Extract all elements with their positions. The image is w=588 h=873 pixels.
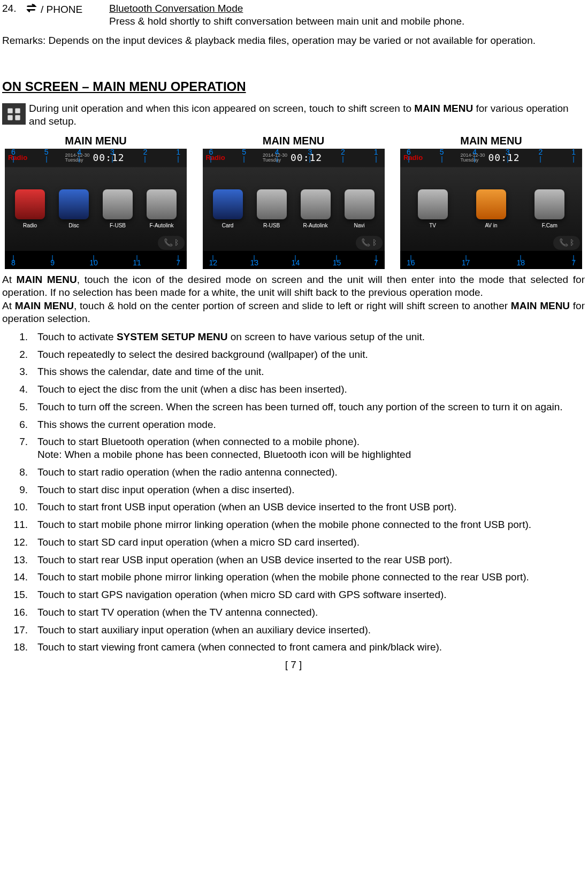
list-number: 14. [2, 571, 37, 584]
clock-label: 00:12 [93, 152, 124, 164]
screenshot-3-label: MAIN MENU [398, 134, 585, 148]
s1-callouts-bot: 8910117 [5, 258, 187, 270]
mm-intro-bold: MAIN MENU [414, 103, 473, 114]
tile-label: Navi [341, 223, 378, 229]
list-text: Touch to start viewing front camera (whe… [37, 641, 585, 654]
s1-topbar: Radio 2014-12-30Tuesday 00:12 [5, 149, 187, 167]
bt-phone-bar: 📞 ᛒ [356, 236, 383, 250]
swap-arrows-icon [25, 2, 39, 17]
callout-number: 9 [50, 258, 55, 270]
app-tile[interactable]: Radio [11, 189, 49, 229]
list-text: This shows the calendar, date and time o… [37, 365, 585, 378]
clock-label: 00:12 [291, 152, 322, 164]
tile-icon [418, 189, 448, 219]
list-number: 2. [2, 348, 37, 361]
callout-number: 7 [176, 258, 180, 270]
list-text: Touch to start auxiliary input operation… [37, 624, 585, 637]
callout-number: 15 [333, 258, 341, 270]
list-text: Touch to start rear USB input operation … [37, 554, 585, 566]
callout-number: 12 [209, 258, 218, 270]
list-number: 15. [2, 588, 37, 601]
numbered-list: 1.Touch to activate SYSTEM SETUP MENU on… [2, 331, 585, 654]
tile-label: AV in [472, 223, 510, 229]
date-label: 2014-12-30Tuesday [263, 153, 287, 163]
tile-icon [103, 189, 133, 219]
list-text: Touch repeatedly to select the desired b… [37, 348, 585, 361]
list-item: 1.Touch to activate SYSTEM SETUP MENU on… [2, 331, 585, 343]
app-tile[interactable]: R-Autolink [297, 189, 334, 229]
page-number: [ 7 ] [2, 658, 585, 671]
tile-label: F.Cam [531, 223, 568, 229]
callout-number: 10 [89, 258, 98, 270]
app-tile[interactable]: TV [414, 189, 452, 229]
list-item: 18.Touch to start viewing front camera (… [2, 641, 585, 654]
tile-icon [213, 189, 243, 219]
tile-label: Disc [55, 223, 93, 229]
list-item: 11.Touch to start mobile phone mirror li… [2, 518, 585, 531]
mode-label: Radio [8, 154, 27, 162]
item-24-row: 24. / PHONE Bluetooth Conversation Mode … [2, 2, 585, 28]
tile-icon [534, 189, 564, 219]
callout-number: 18 [516, 258, 525, 270]
tile-label: R-Autolink [297, 223, 334, 229]
list-text: Touch to turn off the screen. When the s… [37, 401, 585, 413]
screenshot-1-col: MAIN MENU 654321 Radio 2014-12-30Tuesday… [2, 134, 189, 269]
callout-number: 16 [407, 258, 415, 270]
p2a: At [2, 300, 15, 311]
screenshot-1-label: MAIN MENU [2, 134, 189, 148]
list-text: Touch to start Bluetooth operation (when… [37, 435, 585, 461]
app-tile[interactable]: Navi [341, 189, 378, 229]
callout-number: 8 [11, 258, 16, 270]
para-2: At MAIN MENU, touch & hold on the center… [2, 300, 585, 325]
tile-label: Radio [11, 223, 49, 229]
app-tile[interactable]: F.Cam [531, 189, 568, 229]
mm-intro-a: During unit operation and when this icon… [29, 103, 414, 114]
list-item: 16.Touch to start TV operation (when the… [2, 606, 585, 619]
app-tile[interactable]: Card [209, 189, 247, 229]
list-number: 10. [2, 501, 37, 514]
list-item: 15.Touch to start GPS navigation operati… [2, 588, 585, 601]
bt-mode-desc: Press & hold shortly to shift conversati… [109, 15, 585, 28]
p2bold: MAIN MENU [15, 300, 74, 311]
list-text: Touch to eject the disc from the unit (w… [37, 383, 585, 396]
list-item: 14.Touch to start mobile phone mirror li… [2, 571, 585, 584]
list-number: 8. [2, 466, 37, 479]
tile-icon [345, 189, 375, 219]
list-text: Touch to start mobile phone mirror linki… [37, 571, 585, 584]
callout-number: 14 [292, 258, 300, 270]
date-label: 2014-12-30Tuesday [65, 153, 89, 163]
bt-mode-title: Bluetooth Conversation Mode [109, 3, 243, 14]
list-item: 10.Touch to start front USB input operat… [2, 501, 585, 514]
p2bold2: MAIN MENU [511, 300, 570, 311]
app-tile[interactable]: F-USB [99, 189, 136, 229]
app-tile[interactable]: AV in [472, 189, 510, 229]
section-heading: ON SCREEN – MAIN MENU OPERATION [2, 79, 585, 95]
tile-label: TV [414, 223, 452, 229]
list-item: 17.Touch to start auxiliary input operat… [2, 624, 585, 637]
list-item: 6.This shows the current operation mode. [2, 418, 585, 431]
para-1: At MAIN MENU, touch the icon of the desi… [2, 273, 585, 299]
list-note: Note: When a mobile phone has been conne… [37, 449, 411, 460]
p1a: At [2, 274, 17, 285]
s2-callouts-bot: 121314157 [203, 258, 385, 270]
list-item: 13.Touch to start rear USB input operati… [2, 554, 585, 566]
list-number: 18. [2, 641, 37, 654]
remarks-text: Remarks: Depends on the input devices & … [2, 34, 585, 47]
item-desc: Bluetooth Conversation Mode Press & hold… [109, 2, 585, 28]
callout-number: 17 [462, 258, 470, 270]
list-item: 9.Touch to start disc input operation (w… [2, 484, 585, 496]
s3-topbar: Radio 2014-12-30Tuesday 00:12 [400, 149, 582, 167]
p1b: , touch the icon of the desired mode on … [2, 274, 585, 298]
app-tile[interactable]: F-Autolink [143, 189, 180, 229]
app-tile[interactable]: R-USB [253, 189, 291, 229]
list-text: Touch to start disc input operation (whe… [37, 484, 585, 496]
list-item: 4.Touch to eject the disc from the unit … [2, 383, 585, 396]
mm-intro-row: During unit operation and when this icon… [2, 102, 585, 128]
app-tile[interactable]: Disc [55, 189, 93, 229]
svg-rect-3 [15, 116, 20, 120]
tile-icon [59, 189, 89, 219]
list-text: Touch to start mobile phone mirror linki… [37, 518, 585, 531]
list-item: 2.Touch repeatedly to select the desired… [2, 348, 585, 361]
screenshot-2-col: MAIN MENU 654321 Radio 2014-12-30Tuesday… [200, 134, 387, 269]
list-number: 9. [2, 484, 37, 496]
